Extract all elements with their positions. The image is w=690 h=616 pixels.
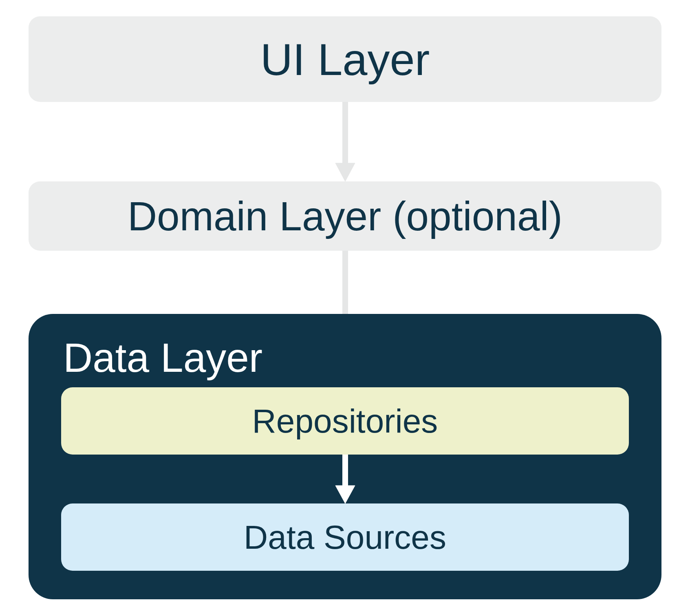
arrow-repositories-to-sources xyxy=(61,455,629,503)
architecture-diagram: UI Layer Domain Layer (optional) Data La… xyxy=(0,0,690,616)
data-sources-label: Data Sources xyxy=(244,518,446,556)
domain-layer-box: Domain Layer (optional) xyxy=(29,181,661,251)
arrow-down-icon xyxy=(333,102,357,181)
svg-marker-1 xyxy=(335,163,355,181)
svg-marker-6 xyxy=(335,486,355,503)
data-layer-title: Data Layer xyxy=(61,334,629,381)
ui-layer-label: UI Layer xyxy=(260,33,430,85)
repositories-box: Repositories xyxy=(61,387,629,455)
arrow-ui-to-domain xyxy=(29,102,661,181)
arrow-domain-to-data xyxy=(29,251,661,314)
arrow-down-icon xyxy=(333,455,357,503)
ui-layer-box: UI Layer xyxy=(29,16,661,102)
domain-layer-label: Domain Layer (optional) xyxy=(128,193,562,240)
data-layer-panel: Data Layer Repositories Data Sources xyxy=(29,314,661,599)
data-sources-box: Data Sources xyxy=(61,503,629,571)
repositories-label: Repositories xyxy=(252,402,438,440)
